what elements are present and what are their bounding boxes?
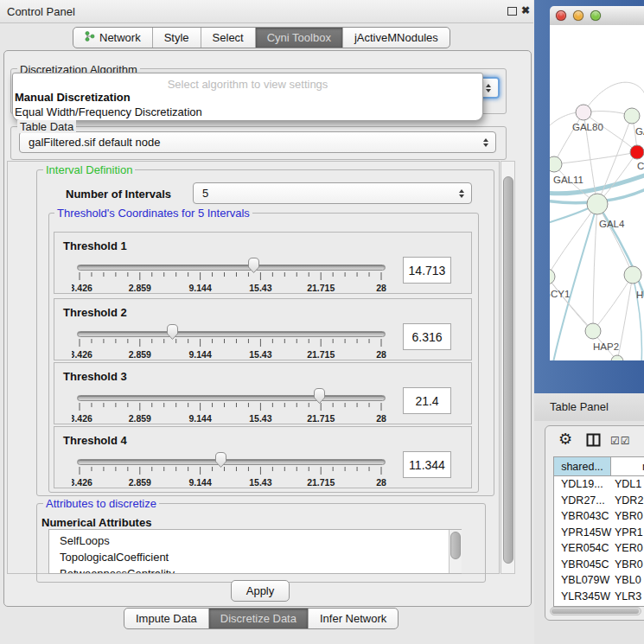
column-header-shared-name[interactable]: shared... [554, 457, 611, 476]
node-gal80[interactable] [576, 105, 591, 120]
combo-arrows-icon [483, 138, 488, 147]
network-icon [85, 31, 95, 44]
gear-icon[interactable]: ⚙ [558, 431, 572, 447]
mac-close-button[interactable] [556, 10, 566, 21]
threshold-value-field[interactable]: 14.713 [403, 257, 451, 284]
table-row[interactable]: YDL19...YDL1 [554, 476, 644, 493]
settings-vertical-scrollbar[interactable] [501, 161, 515, 574]
checkbox-icons[interactable]: ☑☑ [610, 435, 631, 447]
table-panel-title: Table Panel [550, 400, 609, 413]
node-red[interactable] [630, 145, 644, 159]
threshold-value-field[interactable]: 21.4 [403, 387, 451, 414]
slider-thumb[interactable] [313, 387, 326, 405]
table-row[interactable]: YDR27...YDR2 [554, 493, 644, 509]
close-icon[interactable]: ✖ [521, 4, 530, 16]
tab-infer-network[interactable]: Infer Network [308, 609, 398, 628]
slider-thumb[interactable] [214, 451, 227, 469]
network-edge [593, 204, 597, 331]
number-of-intervals-combo[interactable]: 5 [193, 182, 472, 204]
node-label: GA [635, 126, 644, 137]
algorithm-option[interactable]: Manual Discretization [15, 91, 131, 104]
tab-style[interactable]: Style [152, 28, 201, 48]
column-header-name[interactable]: n [611, 457, 644, 476]
columns-icon[interactable] [586, 433, 601, 450]
slider-track[interactable] [77, 395, 386, 401]
attribute-list-item[interactable]: BetweennessCentrality [49, 565, 461, 574]
cell-name: YBR0 [615, 558, 643, 571]
tick-label: -3.426 [72, 349, 92, 360]
algorithm-hint: Select algorithm to view settings [13, 78, 482, 91]
table-data-combo[interactable]: galFiltered.sif default node [19, 131, 496, 153]
tab-network[interactable]: Network [73, 28, 152, 48]
cell-name: YLR3 [615, 590, 641, 603]
table-row[interactable]: YLR345WYLR3 [554, 589, 644, 605]
tick-label: 28 [376, 283, 386, 293]
slider-thumb[interactable] [247, 257, 260, 274]
threshold-value-field[interactable]: 11.344 [403, 451, 451, 478]
mac-zoom-button[interactable] [590, 10, 601, 21]
network-canvas[interactable]: GAL80GACGAL11GAL4GCY1HHAP2 [550, 25, 644, 360]
slider-track[interactable] [77, 265, 386, 271]
threshold-panel: Threshold 3-3.4262.8599.14415.4321.71528… [54, 362, 472, 424]
tick-label: 28 [376, 477, 386, 488]
table-row[interactable]: YER054CYER0 [554, 540, 644, 557]
slider-thumb[interactable] [166, 323, 179, 341]
node-hap2[interactable] [585, 323, 601, 339]
node-gal4[interactable] [587, 194, 608, 214]
attribute-list-item[interactable]: SelfLoops [49, 532, 461, 549]
tick-label: 2.859 [129, 283, 151, 293]
threshold-panel: Threshold 2-3.4262.8599.14415.4321.71528… [54, 298, 472, 360]
combo-arrows-icon [459, 189, 464, 198]
tick-label: 28 [376, 349, 386, 360]
attribute-list-item[interactable]: TopologicalCoefficient [49, 549, 461, 565]
scrollbar-thumb[interactable] [503, 176, 513, 564]
algorithm-option[interactable]: Equal Width/Frequency Discretization [15, 105, 202, 118]
network-edge [593, 275, 633, 331]
float-window-icon[interactable] [507, 7, 517, 16]
top-tab-bar: NetworkStyleSelectCyni ToolboxjActiveMNo… [73, 27, 450, 48]
node-table[interactable]: shared...nYDL19...YDL1YDR27...YDR2YBR043… [553, 456, 644, 607]
tab-cyni-toolbox[interactable]: Cyni Toolbox [255, 28, 342, 48]
table-row[interactable]: YPR145WYPR1 [554, 525, 644, 541]
scrollbar-thumb[interactable] [450, 532, 461, 559]
numerical-attributes-heading: Numerical Attributes [41, 516, 151, 529]
mac-minimize-button[interactable] [573, 10, 583, 21]
node-gal11[interactable] [550, 156, 562, 172]
cell-shared-name: YDL19... [561, 478, 603, 490]
tab-impute-data[interactable]: Impute Data [124, 609, 208, 628]
tab-discretize-data[interactable]: Discretize Data [208, 609, 308, 628]
tick-label: 15.43 [249, 413, 271, 424]
node-gcy1[interactable] [550, 269, 555, 284]
tab-tab-label: Discretize Data [220, 612, 296, 625]
slider-track[interactable] [77, 331, 386, 337]
tick-label: 15.43 [249, 349, 271, 360]
cell-name: YDL1 [615, 478, 641, 490]
network-window-titlebar[interactable] [550, 6, 644, 26]
node-top-right[interactable] [624, 108, 640, 124]
tab-jactivemnodules[interactable]: jActiveMNodules [342, 28, 450, 48]
number-of-intervals-value: 5 [202, 187, 208, 200]
attributes-list-scrollbar[interactable] [449, 530, 462, 573]
network-edge [554, 152, 637, 164]
table-horizontal-scrollbar[interactable] [550, 607, 641, 615]
table-row[interactable]: YBR043CYBR0 [554, 508, 644, 525]
node-right-h[interactable] [624, 266, 641, 284]
table-row[interactable]: YBL079WYBL0 [554, 572, 644, 589]
numerical-attributes-list[interactable]: SelfLoopsTopologicalCoefficientBetweenne… [48, 529, 462, 574]
apply-button[interactable]: Apply [231, 580, 290, 602]
threshold-value-field[interactable]: 6.316 [403, 323, 451, 350]
tab-tab-label: Infer Network [320, 612, 386, 625]
tab-select[interactable]: Select [201, 28, 255, 48]
slider-ticks: -3.4262.8599.14415.4321.71528 [72, 467, 452, 489]
network-edge [597, 204, 633, 275]
tick-label: -3.426 [72, 413, 92, 424]
node-label: H [636, 290, 643, 300]
table-row[interactable]: YBR045CYBR0 [554, 557, 644, 573]
table-data-combo-value: galFiltered.sif default node [29, 136, 160, 149]
network-edge [583, 82, 644, 112]
scrollbar-thumb[interactable] [552, 609, 639, 614]
table-data-title: Table Data [17, 120, 76, 133]
algorithm-dropdown-popup: Select algorithm to view settings Manual… [12, 73, 483, 121]
tick-label: 9.144 [188, 413, 211, 424]
slider-track[interactable] [77, 459, 386, 465]
